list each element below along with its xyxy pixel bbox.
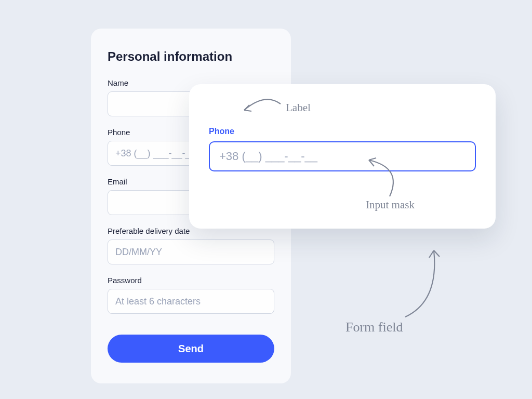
password-label: Password [108,276,274,285]
field-group-password: Password [108,276,274,314]
send-button[interactable]: Send [108,335,274,363]
form-title: Personal information [108,49,274,64]
callout-card: Phone [189,84,496,229]
password-input[interactable] [108,289,274,314]
annotation-label: Label [286,101,311,114]
annotation-input-mask: Input mask [366,198,415,211]
annotation-form-field: Form field [345,320,403,335]
callout-phone-label: Phone [209,127,476,136]
arrow-form-field-icon [400,244,462,322]
date-input[interactable] [108,240,274,264]
callout-phone-input[interactable] [209,141,476,171]
field-group-date: Preferable delivery date [108,227,274,264]
